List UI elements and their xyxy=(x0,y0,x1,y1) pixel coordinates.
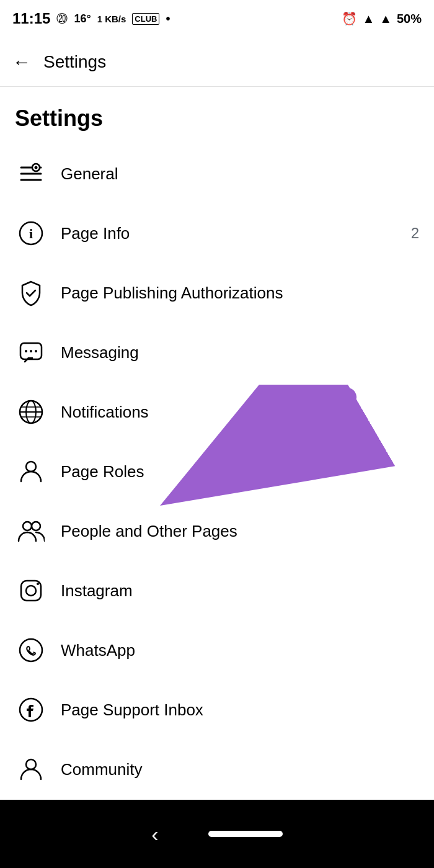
shield-icon xyxy=(15,277,47,309)
dot: • xyxy=(166,12,170,26)
instagram-label: Instagram xyxy=(61,581,419,601)
page-title: Settings xyxy=(0,87,434,138)
svg-point-4 xyxy=(35,166,38,169)
whatsapp-icon xyxy=(15,634,47,666)
status-left: 11:15 ⑳ 16° 1 KB/s CLUB • xyxy=(12,10,170,27)
settings-item-general[interactable]: General xyxy=(0,144,434,204)
svg-point-16 xyxy=(32,522,40,530)
svg-point-20 xyxy=(20,639,42,661)
people-label: People and Other Pages xyxy=(61,522,419,541)
instagram-icon xyxy=(15,575,47,607)
settings-item-whatsapp[interactable]: WhatsApp xyxy=(0,620,434,680)
svg-point-9 xyxy=(30,350,32,352)
notifications-label: Notifications xyxy=(61,403,419,422)
general-icon xyxy=(15,158,47,190)
nav-home-indicator[interactable] xyxy=(208,831,283,837)
svg-text:i: i xyxy=(29,226,33,241)
settings-item-publishing[interactable]: Page Publishing Authorizations xyxy=(0,263,434,323)
page-support-label: Page Support Inbox xyxy=(61,700,419,720)
kbs: 1 KB/s xyxy=(97,14,126,24)
signal-icon: ▲ xyxy=(379,12,392,26)
chat-icon xyxy=(15,336,47,369)
info-icon: i xyxy=(15,217,47,249)
settings-item-community[interactable]: Community xyxy=(0,740,434,799)
nav-back-button[interactable]: ‹ xyxy=(151,822,158,846)
nav-bar: ‹ xyxy=(0,800,434,868)
alarm-icon: ⏰ xyxy=(342,11,357,26)
club-badge: CLUB xyxy=(132,13,159,25)
general-label: General xyxy=(61,164,419,184)
header: ← Settings xyxy=(0,37,434,87)
temperature: 16° xyxy=(74,12,91,25)
settings-item-page-roles[interactable]: Page Roles xyxy=(0,442,434,501)
svg-point-10 xyxy=(35,350,37,352)
page-roles-label: Page Roles xyxy=(61,462,419,481)
speed-50: ⑳ xyxy=(56,11,68,26)
globe-icon xyxy=(15,396,47,428)
settings-item-messaging[interactable]: Messaging xyxy=(0,323,434,382)
publishing-label: Page Publishing Authorizations xyxy=(61,284,419,303)
wifi-icon: ▲ xyxy=(362,12,374,26)
facebook-icon xyxy=(15,694,47,726)
page-info-badge: 2 xyxy=(411,225,419,242)
messaging-label: Messaging xyxy=(61,343,419,362)
svg-point-14 xyxy=(26,462,36,472)
whatsapp-label: WhatsApp xyxy=(61,641,419,660)
settings-item-page-info[interactable]: i Page Info 2 xyxy=(0,204,434,263)
svg-point-22 xyxy=(26,759,36,769)
back-button[interactable]: ← xyxy=(12,51,31,73)
svg-point-18 xyxy=(26,586,36,596)
page-info-label: Page Info xyxy=(61,224,405,243)
settings-item-instagram[interactable]: Instagram xyxy=(0,561,434,620)
settings-item-notifications[interactable]: Notifications xyxy=(0,382,434,442)
settings-list: General i Page Info 2 Page Publishing Au… xyxy=(0,138,434,865)
battery-label: 50% xyxy=(397,12,422,26)
status-time: 11:15 xyxy=(12,10,50,27)
header-title: Settings xyxy=(43,52,106,72)
settings-item-people[interactable]: People and Other Pages xyxy=(0,501,434,561)
status-bar: 11:15 ⑳ 16° 1 KB/s CLUB • ⏰ ▲ ▲ 50% xyxy=(0,0,434,37)
person-icon xyxy=(15,455,47,488)
svg-point-15 xyxy=(23,522,32,530)
status-right: ⏰ ▲ ▲ 50% xyxy=(342,11,422,26)
community-label: Community xyxy=(61,760,419,779)
group-icon xyxy=(15,515,47,547)
svg-point-8 xyxy=(25,350,27,352)
svg-point-19 xyxy=(37,583,39,585)
community-icon xyxy=(15,753,47,785)
settings-item-support[interactable]: Page Support Inbox xyxy=(0,680,434,740)
